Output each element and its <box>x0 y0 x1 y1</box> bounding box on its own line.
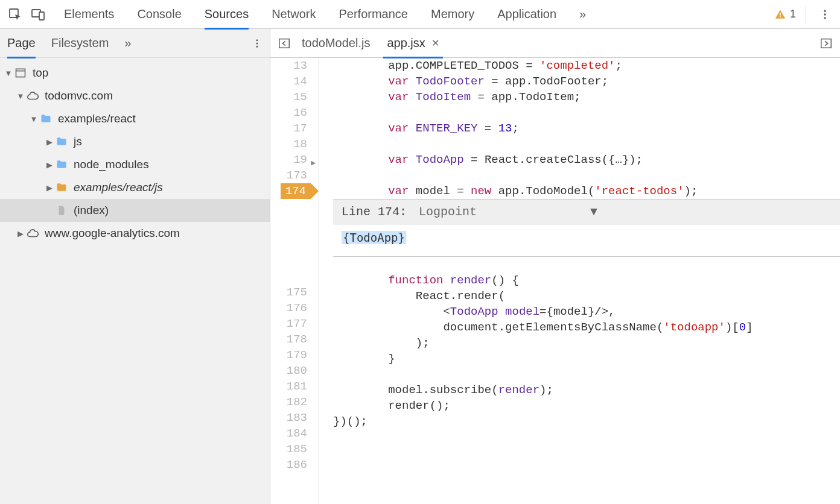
tab-memory[interactable]: Memory <box>431 0 474 29</box>
gutter-line[interactable] <box>270 199 307 224</box>
tab-elements[interactable]: Elements <box>64 0 114 29</box>
file-icon <box>54 203 69 218</box>
file-tab-label: todoModel.js <box>302 36 370 50</box>
gutter-line[interactable]: 176 <box>270 300 307 316</box>
tree-label: examples/react <box>58 112 136 125</box>
logpoint-header: Line 174: Logpoint ▼ <box>333 200 840 225</box>
file-nav-prev-icon[interactable] <box>275 37 293 50</box>
code-area[interactable]: app.COMPLETED_TODOS = 'completed'; var T… <box>319 58 840 504</box>
fold-icon[interactable]: ▶ <box>311 156 316 171</box>
svg-point-7 <box>824 17 826 19</box>
logpoint-line-label: Line 174: <box>342 204 407 220</box>
tab-label: Performance <box>339 7 409 21</box>
show-debugger-icon[interactable] <box>817 37 835 50</box>
gutter-line[interactable]: 173 <box>270 168 307 183</box>
devtools-toolbar: Elements Console Sources Network Perform… <box>0 0 840 29</box>
code-editor[interactable]: 13141516171819▶1731741751761771781791801… <box>270 58 840 504</box>
cloud-icon <box>25 226 40 241</box>
tree-label: www.google-analytics.com <box>45 227 180 240</box>
tree-row[interactable]: ▶js <box>0 130 270 153</box>
tree-row[interactable]: ▶node_modules <box>0 153 270 176</box>
twisty-icon[interactable]: ▶ <box>16 229 25 238</box>
svg-rect-11 <box>16 69 25 77</box>
gutter-line[interactable]: 16 <box>270 105 307 121</box>
device-toggle-icon[interactable] <box>29 5 47 24</box>
navtab-label: Page <box>7 36 36 50</box>
file-tree[interactable]: ▼top▼todomvc.com▼examples/react▶js▶node_… <box>0 58 270 245</box>
gutter-line[interactable]: 177 <box>270 316 307 332</box>
tree-label: (index) <box>74 204 109 217</box>
folder-blue-icon <box>54 134 69 149</box>
gutter-line[interactable]: 185 <box>270 441 307 457</box>
gutter-line[interactable]: 17 <box>270 121 307 136</box>
navtab-overflow[interactable]: » <box>124 36 131 50</box>
gutter-line[interactable]: 175 <box>270 285 307 300</box>
gutter-line[interactable]: 15 <box>270 89 307 105</box>
twisty-icon[interactable]: ▶ <box>45 183 54 192</box>
gutter-line[interactable]: 178 <box>270 332 307 347</box>
logpoint-editor: Line 174: Logpoint ▼ {TodoApp} <box>333 199 840 257</box>
gutter-line[interactable]: 182 <box>270 394 307 410</box>
gutter[interactable]: 13141516171819▶1731741751761771781791801… <box>270 58 319 504</box>
navtab-page[interactable]: Page <box>7 29 36 58</box>
tab-performance[interactable]: Performance <box>339 0 409 29</box>
gutter-line[interactable]: 180 <box>270 363 307 379</box>
svg-rect-2 <box>39 12 44 20</box>
tab-sources[interactable]: Sources <box>205 0 249 29</box>
tree-label: todomvc.com <box>45 89 113 102</box>
folder-orange-icon <box>54 180 69 195</box>
tree-row[interactable]: (index) <box>0 199 270 222</box>
gutter-line[interactable] <box>270 253 307 269</box>
twisty-icon[interactable]: ▶ <box>45 160 54 169</box>
svg-rect-4 <box>780 16 781 17</box>
gutter-line[interactable]: 186 <box>270 457 307 473</box>
tree-row[interactable]: ▶www.google-analytics.com <box>0 222 270 245</box>
warnings-button[interactable]: 1 <box>774 8 796 20</box>
inspect-icon[interactable] <box>6 5 24 24</box>
svg-rect-13 <box>279 39 290 48</box>
tree-row[interactable]: ▼examples/react <box>0 107 270 130</box>
gutter-line[interactable]: 181 <box>270 379 307 394</box>
gutter-line[interactable]: 183 <box>270 410 307 426</box>
tab-network[interactable]: Network <box>272 0 316 29</box>
close-icon[interactable]: ✕ <box>431 37 439 49</box>
twisty-icon[interactable]: ▼ <box>16 92 25 101</box>
file-tab-label: app.jsx <box>387 36 425 50</box>
gutter-line[interactable] <box>270 269 307 285</box>
svg-rect-3 <box>780 13 781 15</box>
svg-point-10 <box>256 45 258 47</box>
overflow-label: » <box>579 7 586 21</box>
gutter-line[interactable]: 19▶ <box>270 152 307 168</box>
tab-application[interactable]: Application <box>497 0 556 29</box>
tree-row[interactable]: ▼todomvc.com <box>0 84 270 107</box>
editor-pane: todoModel.js app.jsx ✕ 13141516171819▶17… <box>270 29 840 504</box>
navtab-label: Filesystem <box>51 36 109 50</box>
navigator-kebab-icon[interactable] <box>252 38 262 49</box>
gutter-line[interactable]: 13 <box>270 58 307 74</box>
tab-overflow[interactable]: » <box>579 0 586 29</box>
twisty-icon[interactable]: ▶ <box>45 137 54 146</box>
logpoint-type-select[interactable]: Logpoint ▼ <box>416 204 597 220</box>
tree-label: examples/react/js <box>74 181 163 194</box>
cloud-icon <box>25 89 40 103</box>
gutter-line[interactable]: 18 <box>270 136 307 152</box>
navtab-filesystem[interactable]: Filesystem <box>51 29 109 58</box>
file-tab-todomodel[interactable]: todoModel.js <box>293 29 378 58</box>
file-tab-app[interactable]: app.jsx ✕ <box>378 29 447 58</box>
gutter-line[interactable]: 179 <box>270 347 307 363</box>
gutter-line[interactable]: 14 <box>270 74 307 89</box>
folder-blue-icon <box>54 157 69 172</box>
kebab-menu-icon[interactable] <box>816 5 834 24</box>
gutter-line[interactable]: 174 <box>270 183 307 199</box>
tab-console[interactable]: Console <box>137 0 181 29</box>
logpoint-input[interactable]: {TodoApp} <box>333 225 840 256</box>
gutter-line[interactable]: 184 <box>270 426 307 441</box>
logpoint-marker[interactable]: 174 <box>281 183 311 199</box>
svg-point-8 <box>256 39 258 41</box>
tree-row[interactable]: ▶examples/react/js <box>0 176 270 199</box>
twisty-icon[interactable]: ▼ <box>29 115 39 124</box>
twisty-icon[interactable]: ▼ <box>4 69 13 78</box>
gutter-line[interactable] <box>270 224 307 253</box>
logpoint-expression: {TodoApp} <box>342 231 406 244</box>
tree-row[interactable]: ▼top <box>0 61 270 84</box>
